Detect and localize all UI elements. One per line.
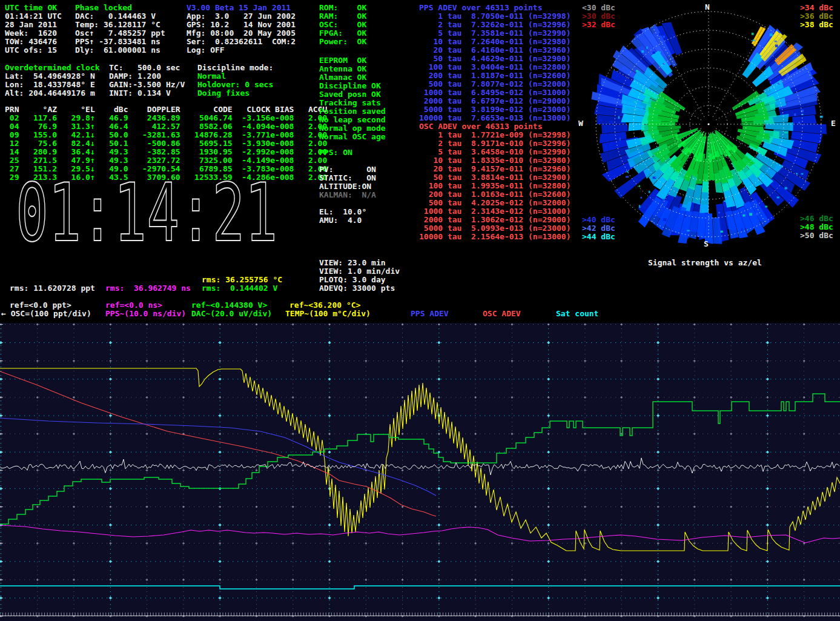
timeconstant-block: TC: 500.0 secDAMP: 1.200GAIN:-3.500 Hz/V… <box>109 64 185 98</box>
readout-text: Sat count <box>556 310 598 318</box>
text-line: Saved posn OK <box>319 90 386 99</box>
text-line: 01:14:21 UTC <box>5 12 62 21</box>
dbc-legend-line: >44 dBc <box>582 233 615 241</box>
version-block: V3.00 Beta 15 Jan 2011 App: 3.0 27 Jun 2… <box>187 4 296 55</box>
text-line: Tracking sats <box>319 99 386 107</box>
oscillator-block: Phase locked DAC: 0.144463 VTemp: 36.128… <box>75 4 165 55</box>
adev-row: 5 tau 7.3581e-011 (n=32990) <box>419 29 570 38</box>
receiver-status: EEPROM OKAntenna OKAlmanac OKDiscipline … <box>319 56 386 141</box>
text-line: INIT: 0.134 V <box>109 89 185 98</box>
utc-status: UTC time OK <box>5 4 62 12</box>
text-line: Almanac OK <box>319 73 386 82</box>
text-line: AMU: 4.0 <box>319 216 366 225</box>
text-line: Temp: 36.128117 °C <box>75 21 165 29</box>
dbc-legend-right-top: >34 dBc>36 dBc>38 dBc <box>800 4 833 29</box>
adev-row: 10000 tau 2.1564e-013 (n=13000) <box>419 233 570 241</box>
adev-row: 100 tau 3.0404e-011 (n=32800) <box>419 63 570 71</box>
phase-status: Phase locked <box>75 4 165 12</box>
mode-flags: PV: ONSTATIC: ONALTITUDE:ON KALMAN: N/A <box>319 165 376 199</box>
adev-row: 500 tau 7.8077e-012 (n=32000) <box>419 80 570 88</box>
adev-row: 5000 tau 5.0993e-013 (n=23000) <box>419 224 570 233</box>
text-line: GPS: 10.2 14 Nov 2001 <box>187 21 296 29</box>
discipline-label: Discipline mode: <box>197 64 273 72</box>
readout-text: ← OSC=(100 ppt/div) <box>1 310 91 318</box>
dbc-legend-left-bot: >40 dBc>42 dBc>44 dBc <box>582 216 615 241</box>
text-line: PV: ON <box>319 165 376 174</box>
text-line: TC: 500.0 sec <box>109 64 185 72</box>
text-line: ADEVQ: 33000 pts <box>319 284 400 293</box>
readout-text: TEMP~(100 m°C/div) <box>285 310 371 318</box>
strip-chart <box>0 323 840 621</box>
text-line: Discipline OK <box>319 82 386 90</box>
text-line: DAMP: 1.200 <box>109 72 185 81</box>
adev-row: 50 tau 3.8814e-011 (n=32900) <box>419 173 570 182</box>
text-line: VIEW: 23.0 min <box>319 259 400 267</box>
readout-text: rms: 0.144402 V <box>202 284 277 293</box>
readout-text: DAC~(20.0 uV/div) <box>191 310 272 318</box>
pps-adev-title: PPS ADEV over 46313 points <box>419 4 570 12</box>
text-line: ROM: OK <box>319 4 366 12</box>
text-line: PPS↑ -37.833481 ns <box>75 38 165 46</box>
dbc-legend-line: >42 dBc <box>582 224 615 233</box>
readout-text: rms: 36.962749 ns <box>105 284 191 293</box>
osc-adev-title: OSC ADEV over 46313 points <box>419 122 570 131</box>
text-line: RAM: OK <box>319 12 366 21</box>
dbc-legend-line: >30 dBc <box>582 12 615 21</box>
readout-text: rms: 11.620728 ppt <box>10 284 95 293</box>
digital-clock: 01:14:21 <box>12 178 297 251</box>
adev-row: 500 tau 4.2025e-012 (n=32000) <box>419 199 570 207</box>
adev-row: 5000 tau 3.8199e-012 (n=23000) <box>419 105 570 114</box>
readout-text: rms: 36.255756 °C <box>202 276 282 284</box>
text-line: Osc↑ 7.485257 ppt <box>75 29 165 38</box>
satellite-table: PRN °AZ °EL dBc DOPPLER CODE CLOCK BIAS … <box>5 105 327 182</box>
text-line: Ser: 0.82362611 COM:2 <box>187 38 296 46</box>
dbc-legend-line: >38 dBc <box>800 21 833 29</box>
adev-row: 2 tau 7.3262e-011 (n=32996) <box>419 21 570 29</box>
text-line: FPGA: OK <box>319 29 366 38</box>
receiver-block: Overdetermined clock Lat: 54.4964928° NL… <box>5 64 100 98</box>
heather-console: N S E W Signal strength vs az/el UTC tim… <box>0 0 840 621</box>
discipline-block: Discipline mode: NormalHoldover: 0 secsD… <box>197 64 273 98</box>
receiver-mode: Overdetermined clock <box>5 64 100 72</box>
satellite-row: 09 155.0 42.1↓ 50.0 -3281.63 14876.28 -3… <box>5 131 327 139</box>
kalman-flag: KALMAN: N/A <box>319 191 376 199</box>
satellite-row: 02 117.6 29.8↑ 46.9 2436.89 5046.74 -3.1… <box>5 114 327 122</box>
adev-row: 2000 tau 6.6797e-012 (n=29000) <box>419 97 570 105</box>
readout-text: ref=<0.0 ppt> <box>10 301 71 310</box>
text-line: Holdover: 0 secs <box>197 81 273 89</box>
dbc-legend-right-bot: >46 dBc>48 dBc>50 dBc <box>800 214 833 240</box>
text-line: Week: 1620 <box>5 29 62 38</box>
text-line: ALTITUDE:ON <box>319 182 376 191</box>
readout-text: PPS ADEV <box>411 310 449 318</box>
pps-state: PPS: ON <box>319 148 352 157</box>
adev-row: 200 tau 1.0163e-011 (n=32600) <box>419 190 570 199</box>
readout-text: ref=<0.0 ns> <box>105 301 162 310</box>
dbc-legend-line: >32 dBc <box>582 21 615 29</box>
compass-east: E <box>831 119 836 128</box>
adev-row: 20 tau 6.4160e-011 (n=32960) <box>419 46 570 55</box>
adev-row: 200 tau 1.8187e-011 (n=32600) <box>419 71 570 80</box>
selftest-status: ROM: OKRAM: OKOSC: OKFPGA: OKPower: OK <box>319 4 366 46</box>
satellite-row: 14 280.9 36.4↓ 49.3 -382.85 1930.95 -2.9… <box>5 148 327 156</box>
adev-row: 10 tau 7.2640e-011 (n=32980) <box>419 38 570 46</box>
readout-text: ref~<36.200 °C> <box>289 301 360 310</box>
dbc-legend-line: >48 dBc <box>800 223 833 231</box>
adev-row: 1000 tau 2.3143e-012 (n=31000) <box>419 207 570 216</box>
readout-text: PPS~(10.0 ns/div) <box>105 310 186 318</box>
dbc-legend-line: >34 dBc <box>800 4 833 12</box>
adev-row: 100 tau 1.9935e-011 (n=32800) <box>419 182 570 190</box>
satellite-row: 12 75.6 82.4↓ 50.1 -500.86 5695.15 -3.93… <box>5 139 327 148</box>
readout-text: OSC ADEV <box>483 310 521 318</box>
adev-row: 1 tau 8.7050e-011 (n=32998) <box>419 12 570 21</box>
text-line: Power: OK <box>319 38 366 46</box>
adev-row: 1000 tau 6.8495e-012 (n=31000) <box>419 88 570 97</box>
adev-row: 1 tau 1.7721e-009 (n=32998) <box>419 131 570 139</box>
osc-adev-table: OSC ADEV over 46313 points 1 tau 1.7721e… <box>419 122 570 241</box>
text-line: TOW: 436476 <box>5 38 62 46</box>
text-line: Alt: 204.46449176 m <box>5 89 100 98</box>
compass-west: W <box>578 119 583 128</box>
version-title: V3.00 Beta 15 Jan 2011 <box>187 4 296 12</box>
dbc-legend-left-top: <30 dBc>30 dBc>32 dBc <box>582 4 615 29</box>
text-line: EEPROM OK <box>319 56 386 65</box>
dbc-legend-line: >40 dBc <box>582 216 615 224</box>
